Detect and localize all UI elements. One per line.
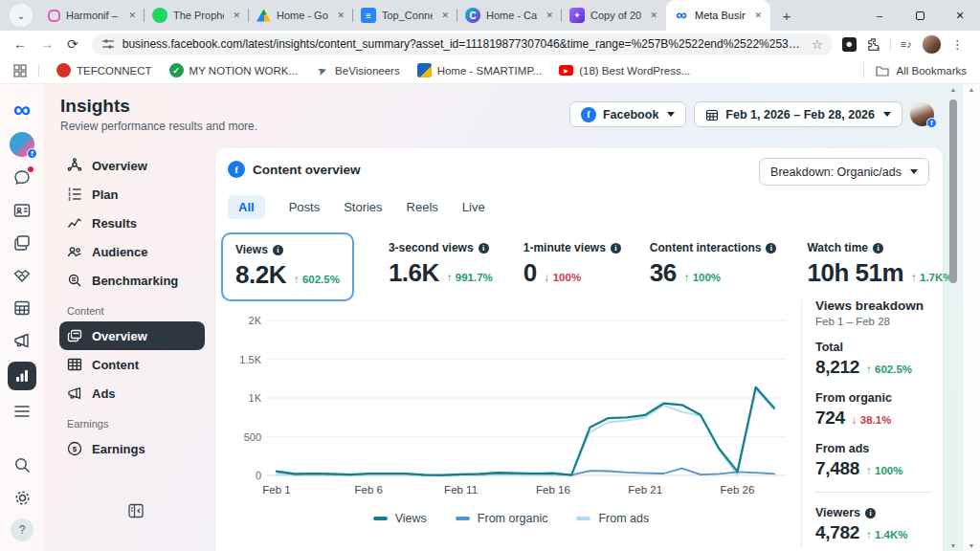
metric-watch-time[interactable]: Watch timei 10h 51m↑ 1.7K% <box>807 232 952 298</box>
scrollbar-thumb[interactable] <box>949 99 957 283</box>
extensions-puzzle-icon[interactable] <box>866 37 880 52</box>
back-button[interactable]: ← <box>13 36 27 52</box>
tab-close-icon[interactable]: ✕ <box>125 9 139 22</box>
legend-from-ads[interactable]: From ads <box>576 512 649 525</box>
metric-label: 3-second views <box>389 241 474 254</box>
content-pages-icon[interactable] <box>11 231 33 254</box>
info-icon[interactable]: i <box>766 243 776 253</box>
nav-item-content-overview-active[interactable]: Overview <box>59 321 205 350</box>
leads-contact-card-icon[interactable] <box>11 199 33 222</box>
scroll-down-icon[interactable]: ▼ <box>946 542 961 549</box>
ads-megaphone-icon[interactable] <box>11 329 33 352</box>
bookmark-smartimp[interactable]: Home - SMARTIMP... <box>417 63 543 77</box>
metric-content-interactions[interactable]: Content interactionsi 36↑ 100% <box>650 232 777 298</box>
nav-item-overview[interactable]: Overview <box>59 151 205 180</box>
settings-gear-icon[interactable] <box>11 486 33 509</box>
browser-menu-icon[interactable]: ⋮ <box>951 37 964 52</box>
tab-all[interactable]: All <box>228 195 265 219</box>
profile-avatar[interactable] <box>922 34 942 55</box>
all-bookmarks[interactable]: All Bookmarks <box>863 63 980 78</box>
nav-item-audience[interactable]: Audience <box>59 237 205 266</box>
more-tools-hamburger-icon[interactable] <box>11 400 33 423</box>
tab-stories[interactable]: Stories <box>344 200 382 214</box>
user-avatar[interactable]: f <box>910 102 934 126</box>
tab-close-icon[interactable]: ✕ <box>751 9 765 22</box>
info-icon[interactable]: i <box>479 243 489 253</box>
tab-posts[interactable]: Posts <box>289 200 321 214</box>
metric-value: 36 <box>650 258 677 288</box>
tab-close-icon[interactable]: ✕ <box>438 9 452 22</box>
nav-item-earnings[interactable]: $ Earnings <box>59 434 205 463</box>
browser-tab-spotify[interactable]: The Prophet's W... ✕ <box>145 0 249 31</box>
reload-button[interactable]: ⟳ <box>67 36 78 52</box>
browser-tab-google-drive[interactable]: Home - Google ... ✕ <box>249 0 353 31</box>
metric-delta: ↓ 100% <box>545 272 581 283</box>
browser-tab-presentation[interactable]: ✦ Copy of 20th FE... ✕ <box>562 0 666 31</box>
tab-close-icon[interactable]: ✕ <box>543 9 556 22</box>
bookmark-tefconnect[interactable]: TEFCONNECT <box>56 63 152 77</box>
metric-3-second-views[interactable]: 3-second viewsi 1.6K↑ 991.7% <box>389 232 493 298</box>
tab-reels[interactable]: Reels <box>407 200 438 214</box>
tab-search-chevron-icon[interactable]: ⌄ <box>10 4 33 27</box>
metric-label: 1-minute views <box>523 241 606 254</box>
platform-selector[interactable]: f Facebook <box>569 101 686 127</box>
tab-close-icon[interactable]: ✕ <box>230 9 243 22</box>
help-icon[interactable]: ? <box>11 518 33 541</box>
legend-from-organic[interactable]: From organic <box>456 512 548 525</box>
nav-item-plan[interactable]: Plan <box>59 180 205 209</box>
search-icon[interactable] <box>11 453 33 476</box>
bookmark-bevisioneers[interactable]: ➤ BeVisioneers <box>315 63 400 77</box>
browser-tab-meta-business-active[interactable]: ∞ Meta Business S... ✕ <box>666 0 770 31</box>
breakdown-selector[interactable]: Breakdown: Organic/ads <box>759 158 929 186</box>
extension-icon[interactable]: ☻ <box>842 37 857 52</box>
metric-views[interactable]: Viewsi 8.2K↑ 602.5% <box>221 232 354 301</box>
new-tab-button[interactable]: + <box>774 3 799 28</box>
nav-label: Plan <box>92 187 118 202</box>
scroll-up-icon[interactable]: ▲ <box>946 86 961 93</box>
nav-item-ads[interactable]: Ads <box>59 379 205 408</box>
tab-close-icon[interactable]: ✕ <box>334 9 347 22</box>
address-bar[interactable]: business.facebook.com/latest/insights/co… <box>92 33 833 55</box>
date-range-selector[interactable]: Feb 1, 2026 – Feb 28, 2026 <box>694 101 902 127</box>
tab-close-icon[interactable]: ✕ <box>647 9 660 22</box>
bookmark-star-icon[interactable]: ☆ <box>812 37 823 52</box>
info-icon[interactable]: i <box>273 245 283 255</box>
commerce-handshake-icon[interactable] <box>11 264 33 287</box>
metric-1-minute-views[interactable]: 1-minute viewsi 0↓ 100% <box>523 232 621 298</box>
browser-tab-harmonif[interactable]: Harmonif – AI C... ✕ <box>40 0 145 31</box>
insights-icon-active[interactable] <box>8 362 36 390</box>
nav-item-content[interactable]: Content <box>59 350 205 379</box>
info-icon[interactable]: i <box>873 243 883 253</box>
bookmark-wordpress-video[interactable]: ▶ (18) Best WordPress... <box>559 65 690 77</box>
apps-grid-icon[interactable] <box>13 64 27 77</box>
bookmark-label: BeVisioneers <box>335 65 400 77</box>
collapse-sidebar-icon[interactable] <box>127 502 145 523</box>
browser-scrollbar[interactable]: ▲ ▼ <box>962 84 980 551</box>
scroll-down-icon[interactable]: ▼ <box>963 542 980 549</box>
nav-item-benchmarking[interactable]: Benchmarking <box>59 266 205 295</box>
bookmark-notion[interactable]: ✓ MY NOTION WORK... <box>169 63 299 77</box>
browser-tab-top-connect[interactable]: ≡ Top_Connect_Ac... ✕ <box>353 0 457 31</box>
tab-title: Top_Connect_Ac... <box>382 10 433 21</box>
close-window-button[interactable]: ✕ <box>940 0 980 31</box>
minimize-button[interactable]: – <box>859 0 900 31</box>
inbox-chat-icon[interactable] <box>11 166 33 189</box>
meta-favicon: ∞ <box>674 8 689 23</box>
tab-live[interactable]: Live <box>462 200 485 214</box>
meta-logo-icon[interactable]: ∞ <box>11 96 33 122</box>
content-scrollbar[interactable]: ▲ ▼ <box>946 84 961 551</box>
breakdown-row-delta: ↑ 602.5% <box>866 364 912 375</box>
legend-views[interactable]: Views <box>373 512 427 525</box>
planner-icon[interactable] <box>11 297 33 320</box>
info-icon[interactable]: i <box>611 243 621 253</box>
bookmark-label: Home - SMARTIMP... <box>437 65 543 77</box>
site-settings-icon[interactable] <box>101 37 115 51</box>
browser-tab-canva[interactable]: C Home - Canva ✕ <box>457 0 562 31</box>
nav-item-results[interactable]: Results <box>59 209 205 237</box>
maximize-button[interactable] <box>900 0 940 31</box>
scroll-up-icon[interactable]: ▲ <box>963 86 980 93</box>
forward-button[interactable]: → <box>40 36 54 52</box>
business-avatar[interactable]: f <box>10 132 34 157</box>
info-icon[interactable]: i <box>865 508 876 518</box>
reading-list-icon[interactable]: ≡♪ <box>901 38 912 50</box>
